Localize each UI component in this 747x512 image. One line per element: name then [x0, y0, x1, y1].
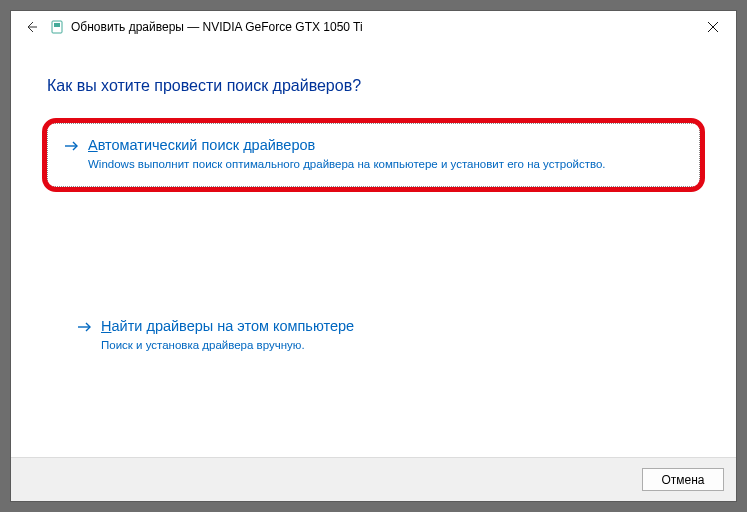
- arrow-right-icon: [75, 317, 95, 337]
- back-arrow-icon: [23, 19, 39, 35]
- option-auto-search[interactable]: Автоматический поиск драйверов Windows в…: [47, 123, 700, 187]
- footer: Отмена: [11, 457, 736, 501]
- svg-rect-2: [54, 23, 60, 27]
- option-description: Windows выполнит поиск оптимального драй…: [88, 157, 606, 173]
- content-area: Как вы хотите провести поиск драйверов? …: [11, 77, 736, 491]
- option-text: Найти драйверы на этом компьютере Поиск …: [101, 317, 354, 353]
- arrow-right-icon: [62, 136, 82, 156]
- cancel-button[interactable]: Отмена: [642, 468, 724, 491]
- option-title: Найти драйверы на этом компьютере: [101, 317, 354, 337]
- option-description: Поиск и установка драйвера вручную.: [101, 338, 354, 354]
- option-browse-computer[interactable]: Найти драйверы на этом компьютере Поиск …: [61, 305, 700, 367]
- driver-update-window: Обновить драйверы — NVIDIA GeForce GTX 1…: [10, 10, 737, 502]
- option-title: Автоматический поиск драйверов: [88, 136, 606, 156]
- close-icon: [708, 22, 718, 32]
- option-text: Автоматический поиск драйверов Windows в…: [88, 136, 606, 172]
- close-button[interactable]: [690, 11, 736, 43]
- page-heading: Как вы хотите провести поиск драйверов?: [47, 77, 700, 95]
- titlebar: Обновить драйверы — NVIDIA GeForce GTX 1…: [11, 11, 736, 43]
- device-icon: [49, 19, 65, 35]
- window-title: Обновить драйверы — NVIDIA GeForce GTX 1…: [71, 20, 363, 34]
- back-button[interactable]: [19, 15, 43, 39]
